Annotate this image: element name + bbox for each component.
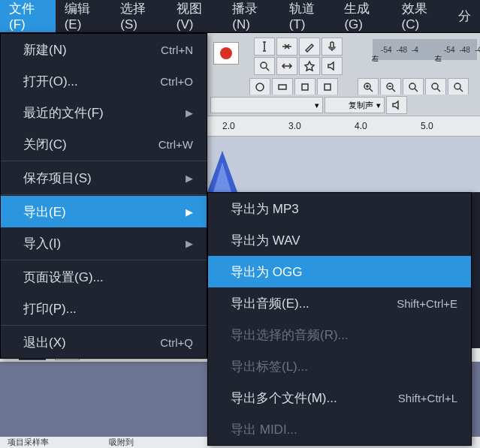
menubar: 文件(F)编辑(E)选择(S)视图(V)播录(N)轨道(T)生成(G)效果(C)…	[0, 0, 480, 33]
fit-selection-icon[interactable]	[403, 78, 424, 96]
host-dropdown[interactable]	[210, 97, 323, 113]
menubar-item-8[interactable]: 分	[449, 0, 480, 32]
svg-rect-3	[279, 85, 286, 89]
silence-icon[interactable]	[272, 78, 293, 96]
menu-accelerator: Ctrl+N	[161, 44, 193, 56]
menubar-item-6[interactable]: 生成(G)	[335, 0, 392, 32]
export-menu-item-7: 导出 MIDI...	[208, 413, 471, 445]
menubar-item-1[interactable]: 编辑(E)	[56, 0, 112, 32]
menu-item-label: 新建(N)	[23, 41, 67, 59]
timeline-tick: 4.0	[355, 121, 367, 131]
waveform-track[interactable]	[207, 137, 480, 192]
svg-point-8	[409, 83, 415, 89]
record-button[interactable]	[213, 42, 239, 65]
menu-separator	[1, 194, 207, 195]
menubar-item-3[interactable]: 视图(V)	[168, 0, 224, 32]
multi-tool-icon[interactable]	[299, 57, 320, 75]
menu-item-label: 导出多个文件(M)...	[231, 389, 337, 407]
menu-item-label: 关闭(C)	[23, 136, 67, 153]
svg-point-10	[454, 83, 460, 89]
menu-item-label: 导出为 WAV	[231, 232, 300, 249]
menubar-item-5[interactable]: 轨道(T)	[280, 0, 336, 32]
timeline-tick: 3.0	[288, 121, 301, 131]
zoom-in-icon[interactable]	[358, 78, 379, 96]
menu-item-label: 页面设置(G)...	[23, 269, 104, 286]
menubar-item-4[interactable]: 播录(N)	[223, 0, 279, 32]
draw-tool-icon[interactable]	[299, 38, 320, 56]
export-menu-item-2[interactable]: 导出为 OGG	[208, 256, 471, 287]
svg-point-2	[256, 83, 264, 91]
svg-point-9	[432, 83, 438, 89]
svg-rect-4	[302, 84, 308, 90]
undo-icon[interactable]	[294, 78, 315, 96]
menu-item-label: 导出选择的音频(R)...	[231, 326, 349, 344]
menu-item-label: 打开(O)...	[23, 73, 78, 90]
menu-accelerator: Shift+Ctrl+E	[397, 297, 457, 310]
menu-separator	[1, 260, 207, 260]
timeline-tick: 5.0	[421, 121, 433, 131]
menu-item-label: 导出 MIDI...	[231, 421, 297, 438]
menu-item-label: 导出标签(L)...	[231, 358, 308, 375]
file-menu-item-5[interactable]: 保存项目(S)▶	[1, 162, 207, 194]
submenu-arrow-icon: ▶	[186, 173, 193, 184]
menu-item-label: 打印(P)...	[23, 300, 77, 317]
timeline-tick: 2.0	[222, 121, 235, 131]
export-menu-item-0[interactable]: 导出为 MP3	[208, 193, 471, 224]
export-submenu: 导出为 MP3导出为 WAV导出为 OGG导出音频(E)...Shift+Ctr…	[207, 192, 472, 446]
menubar-item-2[interactable]: 选择(S)	[111, 0, 168, 32]
submenu-arrow-icon: ▶	[186, 206, 193, 218]
export-menu-item-6[interactable]: 导出多个文件(M)...Shift+Ctrl+L	[208, 382, 471, 413]
menu-item-label: 导出(E)	[23, 203, 66, 221]
mic-icon[interactable]	[322, 38, 343, 56]
redo-icon[interactable]	[317, 78, 338, 96]
device-toolbar: 复制声	[207, 95, 480, 116]
file-menu-item-1[interactable]: 打开(O)...Ctrl+O	[1, 65, 207, 97]
fit-project-icon[interactable]	[425, 78, 446, 96]
file-menu-item-10[interactable]: 页面设置(G)...	[1, 261, 207, 293]
file-menu: 新建(N)Ctrl+N打开(O)...Ctrl+O最近的文件(F)▶关闭(C)C…	[0, 33, 207, 359]
svg-rect-5	[325, 84, 331, 90]
timeshift-tool-icon[interactable]	[276, 57, 297, 75]
file-menu-item-7[interactable]: 导出(E)▶	[1, 196, 207, 227]
waveform-shape	[207, 140, 237, 192]
export-menu-item-3[interactable]: 导出音频(E)...Shift+Ctrl+E	[208, 287, 471, 319]
zoom-out-icon[interactable]	[380, 78, 401, 96]
file-menu-item-2[interactable]: 最近的文件(F)▶	[1, 97, 207, 128]
submenu-arrow-icon: ▶	[186, 107, 193, 119]
level-meter: 左右 -54 -48 -4 左右 -54 -48 -4	[373, 39, 477, 60]
menu-separator	[1, 161, 207, 161]
file-menu-item-11[interactable]: 打印(P)...	[1, 293, 207, 324]
menu-item-label: 保存项目(S)	[23, 170, 92, 187]
menu-item-label: 导出音频(E)...	[231, 295, 309, 312]
menu-accelerator: Ctrl+W	[158, 138, 193, 151]
timeline-ticks: 2.03.04.05.0	[207, 116, 480, 136]
menu-item-label: 导出为 OGG	[231, 263, 302, 281]
speaker-icon[interactable]	[322, 57, 343, 75]
menubar-item-0[interactable]: 文件(F)	[0, 0, 56, 32]
submenu-arrow-icon: ▶	[186, 238, 193, 249]
menu-item-label: 最近的文件(F)	[23, 104, 104, 122]
menu-accelerator: Ctrl+Q	[160, 336, 193, 349]
timeline[interactable]: 2.03.04.05.0	[207, 116, 480, 137]
svg-rect-0	[331, 42, 334, 48]
device-dropdown[interactable]: 复制声	[325, 97, 385, 113]
menu-item-label: 导出为 MP3	[231, 200, 299, 218]
export-menu-item-4: 导出选择的音频(R)...	[208, 319, 471, 350]
menubar-item-7[interactable]: 效果(C)	[393, 0, 449, 32]
file-menu-item-0[interactable]: 新建(N)Ctrl+N	[1, 34, 207, 65]
file-menu-item-13[interactable]: 退出(X)Ctrl+Q	[1, 326, 207, 358]
selection-tool-icon[interactable]	[254, 38, 275, 56]
record-icon	[220, 47, 232, 59]
speaker-out-icon[interactable]	[386, 96, 407, 114]
trim-icon[interactable]	[249, 78, 270, 96]
envelope-tool-icon[interactable]	[276, 38, 297, 56]
file-menu-item-3[interactable]: 关闭(C)Ctrl+W	[1, 128, 207, 160]
export-menu-item-1[interactable]: 导出为 WAV	[208, 224, 471, 256]
menu-item-label: 导入(I)	[23, 235, 61, 252]
export-menu-item-5: 导出标签(L)...	[208, 350, 471, 382]
file-menu-item-8[interactable]: 导入(I)▶	[1, 227, 207, 259]
zoom-toggle-icon[interactable]	[448, 78, 469, 96]
zoom-tool-icon[interactable]	[254, 57, 275, 75]
menu-accelerator: Ctrl+O	[160, 75, 193, 88]
menu-accelerator: Shift+Ctrl+L	[398, 392, 457, 404]
